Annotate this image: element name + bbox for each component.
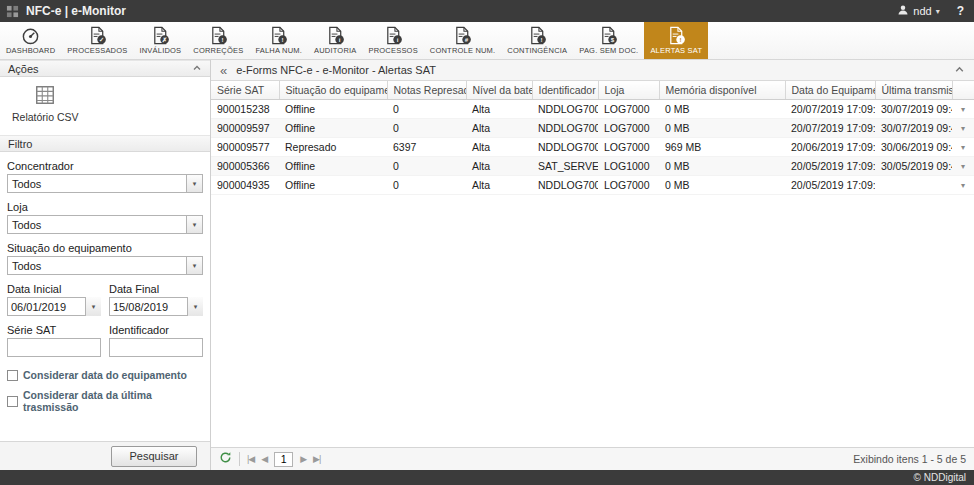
table-row[interactable]: 900009597Offline0AltaNDDLOG7000001(LOG70… <box>211 119 974 138</box>
ribbon-tab-label: ALERTAS SAT <box>650 46 702 55</box>
ribbon: DASHBOARD✓PROCESSADOS✗INVÁLIDOS!CORREÇÕE… <box>0 22 974 60</box>
ribbon-tab-label: CORREÇÕES <box>193 46 243 55</box>
situacao-value: Todos <box>12 260 41 272</box>
table-cell: Offline <box>279 119 387 138</box>
app-title: NFC-e | e-Monitor <box>26 4 126 18</box>
table-cell: NDDLOG7000001( <box>532 119 598 138</box>
sidebar: Ações Relatório CSV Filtro Concentrador <box>0 60 211 470</box>
pesquisar-button[interactable]: Pesquisar <box>111 446 197 467</box>
column-header[interactable]: Notas Represadas <box>387 81 466 100</box>
table-cell: 20/06/2019 17:09:42 <box>785 138 875 157</box>
ribbon-tab-invalidos[interactable]: ✗INVÁLIDOS <box>133 22 187 59</box>
table-row[interactable]: 900015238Offline0AltaNDDLOG7000001(LOG70… <box>211 100 974 119</box>
table-cell: 0 <box>387 157 466 176</box>
collapse-sidebar-button[interactable]: « <box>220 64 227 77</box>
identificador-input[interactable] <box>109 338 203 357</box>
table-cell: Represado <box>279 138 387 157</box>
calendar-dropdown-icon[interactable]: ▾ <box>85 297 101 316</box>
ribbon-tab-alertas-sat[interactable]: !ALERTAS SAT <box>644 22 708 59</box>
loja-select[interactable]: Todos ▾ <box>7 215 203 234</box>
acoes-body: Relatório CSV <box>0 77 210 135</box>
user-menu[interactable]: ndd ▾ <box>897 4 939 18</box>
relatorio-csv-button[interactable]: Relatório CSV <box>12 84 79 123</box>
content: Ações Relatório CSV Filtro Concentrador <box>0 60 974 470</box>
sidebar-spacer <box>0 413 210 441</box>
app-logo-icon <box>6 5 19 18</box>
ribbon-tab-processados[interactable]: ✓PROCESSADOS <box>61 22 133 59</box>
page-number-input[interactable] <box>274 452 293 467</box>
table-cell: 30/07/2019 09:45:29 <box>875 100 952 119</box>
ribbon-tab-correcoes[interactable]: !CORREÇÕES <box>187 22 249 59</box>
user-icon <box>897 4 909 18</box>
table-cell: 900009597 <box>211 119 279 138</box>
separator <box>239 452 240 466</box>
chevron-down-icon: ▾ <box>186 175 202 192</box>
ribbon-tab-auditoria[interactable]: iAUDITORIA <box>308 22 363 59</box>
table-row[interactable]: 900009577Represado6397AltaNDDLOG7000001(… <box>211 138 974 157</box>
svg-text:!: ! <box>540 36 542 43</box>
column-header[interactable]: Nível da bateria <box>466 81 532 100</box>
table-cell: 0 <box>387 176 466 195</box>
table-cell: LOG7000 <box>598 100 659 119</box>
ribbon-tab-label: FALHA NUM. <box>255 46 302 55</box>
table-cell: 900015238 <box>211 100 279 119</box>
copyright-text: © NDDigital <box>914 472 966 483</box>
acoes-title: Ações <box>8 63 39 75</box>
column-header[interactable]: Situação do equipamento <box>279 81 387 100</box>
acoes-collapse-button[interactable] <box>192 63 202 75</box>
ribbon-tab-processos[interactable]: iPROCESSOS <box>363 22 424 59</box>
ribbon-tab-dashboard[interactable]: DASHBOARD <box>0 22 61 59</box>
refresh-button[interactable] <box>219 450 232 468</box>
filtro-section-header: Filtro <box>0 135 210 152</box>
table-cell: LOG7000 <box>598 138 659 157</box>
table-cell: NDDLOG7000001( <box>532 176 598 195</box>
table-cell: 0 MB <box>659 100 785 119</box>
alertas-sat-table: Série SATSituação do equipamentoNotas Re… <box>211 81 974 195</box>
last-page-button[interactable]: ▶| <box>313 454 320 464</box>
table-header-row: Série SATSituação do equipamentoNotas Re… <box>211 81 974 100</box>
sidebar-footer: Pesquisar <box>0 441 210 470</box>
situacao-select[interactable]: Todos ▾ <box>7 256 203 275</box>
calendar-dropdown-icon[interactable]: ▾ <box>187 297 203 316</box>
ribbon-tab-contingencia[interactable]: !CONTINGÊNCIA <box>501 22 573 59</box>
column-header[interactable]: Identificador <box>532 81 598 100</box>
table-cell: 30/07/2019 09:45:29 <box>875 119 952 138</box>
ribbon-tab-label: PROCESSADOS <box>67 46 127 55</box>
table-cell: 30/05/2019 09:45:29 <box>875 157 952 176</box>
dashboard-icon <box>21 25 40 45</box>
serie-sat-input[interactable] <box>7 338 101 357</box>
column-header[interactable]: Última transmissão <box>875 81 952 100</box>
table-cell: NDDLOG7000001( <box>532 100 598 119</box>
svg-text:i: i <box>338 36 340 43</box>
row-menu-button[interactable]: ▾ <box>952 138 974 157</box>
collapse-ribbon-button[interactable] <box>954 64 965 77</box>
controle-num-icon: # <box>453 25 472 45</box>
ribbon-tab-controle-num[interactable]: #CONTROLE NUM. <box>424 22 502 59</box>
first-page-button[interactable]: |◀ <box>247 454 254 464</box>
column-header[interactable]: Memória disponível <box>659 81 785 100</box>
ribbon-tab-pag-sem-doc[interactable]: $PAG. SEM DOC. <box>573 22 644 59</box>
column-header[interactable]: Loja <box>598 81 659 100</box>
table-row[interactable]: 900005366Offline0AltaSAT_SERVER_OFFLOG10… <box>211 157 974 176</box>
considerar-data-transmissao-checkbox[interactable]: Considerar data da última trasmissão <box>7 389 203 413</box>
table-cell: 900005366 <box>211 157 279 176</box>
row-menu-button[interactable]: ▾ <box>952 176 974 195</box>
table-cell: 0 MB <box>659 176 785 195</box>
column-header-actions <box>952 81 974 100</box>
next-page-button[interactable]: ▶ <box>300 454 306 464</box>
concentrador-select[interactable]: Todos ▾ <box>7 174 203 193</box>
column-header[interactable]: Série SAT <box>211 81 279 100</box>
contingencia-icon: ! <box>528 25 547 45</box>
considerar-data-equipamento-checkbox[interactable]: Considerar data do equipamento <box>7 369 203 381</box>
column-header[interactable]: Data do Equipamento <box>785 81 875 100</box>
checkbox-label: Considerar data da última trasmissão <box>23 389 203 413</box>
row-menu-button[interactable]: ▾ <box>952 157 974 176</box>
row-menu-button[interactable]: ▾ <box>952 119 974 138</box>
chevron-up-icon <box>192 63 202 75</box>
row-menu-button[interactable]: ▾ <box>952 100 974 119</box>
prev-page-button[interactable]: ◀ <box>261 454 267 464</box>
main-panel: « e-Forms NFC-e - e-Monitor - Alertas SA… <box>211 60 974 470</box>
help-button[interactable]: ? <box>957 4 964 18</box>
ribbon-tab-falha-num[interactable]: !FALHA NUM. <box>249 22 308 59</box>
table-row[interactable]: 900004935Offline0AltaNDDLOG7000001(LOG70… <box>211 176 974 195</box>
